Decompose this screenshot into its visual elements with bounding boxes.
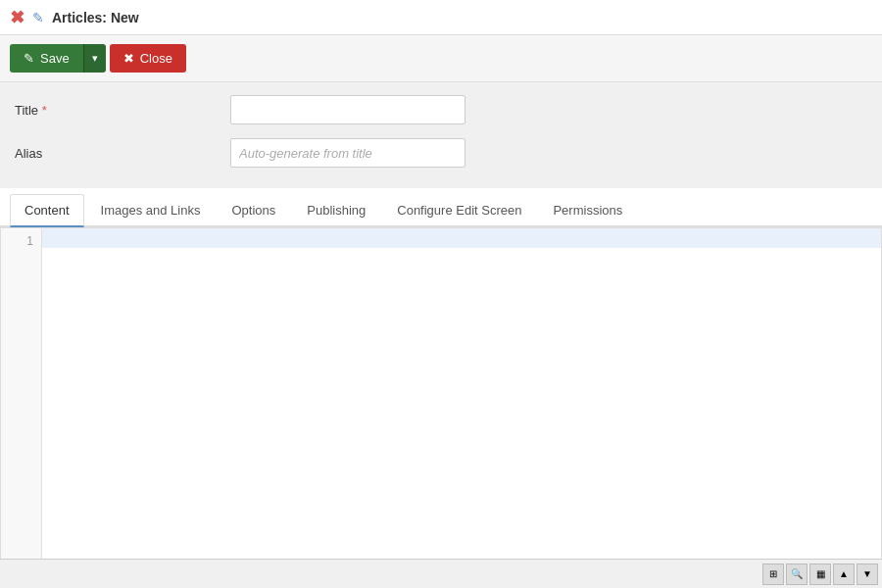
alias-input[interactable] xyxy=(230,138,466,168)
tab-permissions[interactable]: Permissions xyxy=(538,194,637,225)
save-label: Save xyxy=(40,51,70,66)
tab-images-and-links[interactable]: Images and Links xyxy=(86,194,216,225)
dropdown-icon: ▾ xyxy=(92,52,98,64)
editor-content[interactable] xyxy=(42,228,881,588)
tabs-bar: Content Images and Links Options Publish… xyxy=(0,188,882,227)
tab-configure-edit-screen[interactable]: Configure Edit Screen xyxy=(382,194,536,225)
form-area: Title * Alias xyxy=(0,82,882,188)
edit-icon: ✎ xyxy=(32,10,44,25)
editor-highlight-line xyxy=(42,228,881,248)
line-number-1: 1 xyxy=(9,234,33,248)
joomla-logo-icon: ✖ xyxy=(10,7,24,28)
title-input[interactable] xyxy=(230,95,466,124)
taskbar-btn-2[interactable]: 🔍 xyxy=(786,564,808,585)
header-bar: ✖ ✎ Articles: New xyxy=(0,0,882,35)
close-button[interactable]: ✖ Close xyxy=(110,44,186,73)
close-icon: ✖ xyxy=(123,51,134,66)
toolbar: ✎ Save ▾ ✖ Close xyxy=(0,35,882,82)
taskbar-btn-3[interactable]: ▦ xyxy=(809,564,831,585)
save-button[interactable]: ✎ Save xyxy=(10,44,83,73)
taskbar: ⊞ 🔍 ▦ ▲ ▼ xyxy=(0,559,882,588)
tab-content[interactable]: Content xyxy=(10,194,84,227)
line-numbers: 1 xyxy=(1,228,42,588)
alias-row: Alias xyxy=(15,135,867,171)
close-label: Close xyxy=(140,51,172,66)
page-title: Articles: New xyxy=(52,10,139,25)
save-button-group: ✎ Save ▾ xyxy=(10,44,106,73)
title-row: Title * xyxy=(15,92,867,127)
tab-publishing[interactable]: Publishing xyxy=(292,194,380,225)
tab-options[interactable]: Options xyxy=(217,194,290,225)
required-indicator: * xyxy=(42,103,47,118)
alias-label: Alias xyxy=(15,146,230,161)
title-label: Title * xyxy=(15,103,230,118)
taskbar-btn-1[interactable]: ⊞ xyxy=(762,564,784,585)
editor-container: 1 xyxy=(0,227,882,588)
taskbar-scroll-up[interactable]: ▲ xyxy=(833,564,855,585)
save-dropdown-button[interactable]: ▾ xyxy=(83,44,106,73)
save-icon: ✎ xyxy=(24,51,34,66)
taskbar-scroll-down[interactable]: ▼ xyxy=(857,564,878,585)
